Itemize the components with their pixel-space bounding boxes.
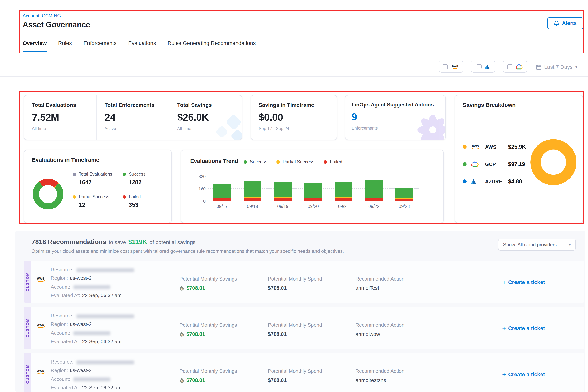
account-label: Account:: [51, 284, 70, 290]
legend-label: Success: [129, 172, 146, 176]
bell-icon: [554, 20, 559, 26]
potential-monthly-savings: Potential Monthly Savings $ $708.01: [180, 368, 237, 383]
provider-filter-aws[interactable]: aws: [439, 61, 464, 73]
trend-bar: [365, 180, 383, 201]
trend-x-label: 09/21: [335, 204, 352, 209]
failed-dot: [122, 195, 126, 198]
tab-enforcements[interactable]: Enforcements: [84, 40, 117, 52]
evaluated-at-label: Evaluated At:: [51, 292, 80, 298]
gcp-icon: [515, 64, 523, 69]
divider: [0, 76, 588, 77]
region-line: Region:us-west-2: [51, 366, 134, 375]
account-line: Account:: [51, 283, 134, 292]
stat-value: 24: [104, 112, 162, 123]
recommendations-subtitle: Optimize your cloud assets and minimize …: [32, 249, 344, 254]
recommendations-count: 7818 Recommendations: [32, 238, 106, 246]
card-title: Evaluations in Timeframe: [32, 157, 164, 163]
plus-icon: +: [502, 371, 506, 378]
aws-checkbox[interactable]: [443, 64, 448, 69]
gcp-legend-dot: [463, 162, 466, 166]
redacted-resource: [77, 268, 134, 272]
provider-name: AZURE: [485, 178, 505, 184]
custom-tag: CUSTOM: [24, 307, 31, 349]
svg-text:$: $: [181, 334, 182, 336]
chevron-down-icon: ▾: [575, 65, 577, 69]
legend-label: Failed: [330, 159, 342, 164]
region-label: Region:: [51, 275, 68, 281]
resource-label: Resource:: [51, 267, 74, 272]
cloud-provider-dropdown[interactable]: Show: All cloud providers ▾: [498, 239, 576, 250]
stat-label: Savings in Timeframe: [259, 102, 329, 108]
savings-breakdown-donut-chart: [530, 139, 576, 185]
create-ticket-button[interactable]: + Create a ticket: [502, 371, 545, 378]
legend-item-partial-success: Partial Success: [276, 159, 314, 164]
aws-icon: aws: [35, 368, 46, 377]
column-label: Potential Monthly Spend: [268, 322, 322, 328]
legend-item-azure: AZURE $4.88: [463, 177, 526, 186]
column-label: Potential Monthly Savings: [180, 368, 237, 374]
trend-legend: Success Partial Success Failed: [244, 159, 342, 164]
redacted-account: [73, 285, 110, 289]
evaluated-line: Evaluated At:22 Sep, 06:32 am: [51, 384, 134, 392]
savings-breakdown-card: Savings Breakdown aws AWS $25.9K GCP $97…: [455, 95, 583, 223]
resource-label: Resource:: [51, 313, 74, 318]
column-label: Potential Monthly Savings: [180, 276, 237, 282]
savings-value: $708.01: [186, 331, 205, 337]
stat-value: 9: [352, 111, 439, 123]
action-value: anmoltestsns: [356, 378, 386, 383]
account-breadcrumb[interactable]: Account: CCM-NG: [23, 13, 61, 18]
svg-text:$: $: [181, 380, 182, 382]
tab-rules-generating-recommendations[interactable]: Rules Generating Recommendations: [168, 40, 256, 52]
legend-label: Failed: [129, 194, 141, 199]
trend-x-label: 09/23: [396, 204, 413, 209]
date-range-label: Last 7 Days: [544, 64, 573, 70]
stat-label: Total Enforcements: [104, 102, 162, 108]
tab-rules[interactable]: Rules: [58, 40, 72, 52]
tab-bar: Overview Rules Enforcements Evaluations …: [23, 40, 256, 52]
legend-value: 353: [129, 202, 172, 208]
stat-total-enforcements: Total Enforcements 24 Active: [96, 95, 169, 140]
resource-details: Resource: Region:us-west-2 Account: Eval…: [51, 266, 134, 300]
provider-filter-gcp[interactable]: [503, 61, 527, 73]
spend-value: $708.01: [268, 331, 287, 337]
total-dot: [73, 172, 76, 176]
gcp-checkbox[interactable]: [507, 64, 512, 69]
tab-overview[interactable]: Overview: [23, 40, 47, 52]
potential-savings-amount: $119K: [128, 238, 147, 246]
column-label: Potential Monthly Spend: [268, 276, 322, 282]
tab-evaluations[interactable]: Evaluations: [128, 40, 156, 52]
page-title: Asset Governance: [23, 20, 90, 29]
gcp-icon: [470, 161, 482, 167]
date-range-picker[interactable]: Last 7 Days ▾: [536, 62, 577, 72]
create-ticket-button[interactable]: + Create a ticket: [502, 279, 545, 285]
legend-item-partial-success: Partial Success 12: [73, 194, 122, 208]
redacted-account: [73, 332, 110, 335]
alerts-button[interactable]: Alerts: [547, 17, 584, 29]
trend-bars: [208, 173, 418, 201]
legend-label: Total Evaluations: [79, 172, 112, 176]
create-ticket-button[interactable]: + Create a ticket: [502, 325, 545, 331]
svg-text:aws: aws: [37, 276, 44, 280]
stat-value: 7.52M: [32, 112, 89, 123]
recommendation-row: CUSTOM aws Resource: Region:us-west-2 Ac…: [24, 260, 584, 303]
provider-filter-azure[interactable]: [471, 61, 496, 73]
potential-monthly-savings: Potential Monthly Savings $ $708.01: [180, 322, 237, 337]
recommendations-section: 7818 Recommendations to save $119K of po…: [15, 230, 585, 392]
stat-caption: Sep 17 - Sep 24: [259, 126, 329, 131]
summary-stats-card: Total Evaluations 7.52M All-time Total E…: [24, 95, 242, 140]
spend-value: $708.01: [268, 285, 287, 291]
spend-value: $708.01: [268, 378, 287, 383]
account-line: Account:: [51, 329, 134, 338]
stat-caption: All-time: [177, 126, 234, 131]
azure-checkbox[interactable]: [476, 64, 481, 69]
create-ticket-label: Create a ticket: [508, 325, 545, 331]
recommended-action: Recommended Action anmolwow: [356, 322, 404, 337]
stat-caption: Enforcements: [352, 126, 439, 130]
legend-item-total: Total Evaluations 1647: [73, 172, 122, 185]
recommendation-rows: CUSTOM aws Resource: Region:us-west-2 Ac…: [24, 260, 584, 392]
azure-icon: [484, 64, 490, 69]
trend-bar: [335, 182, 352, 201]
potential-monthly-spend: Potential Monthly Spend $708.01: [268, 322, 322, 337]
evaluations-trend-card: Evaluations Trend Success Partial Succes…: [181, 150, 444, 223]
svg-text:aws: aws: [37, 368, 44, 372]
